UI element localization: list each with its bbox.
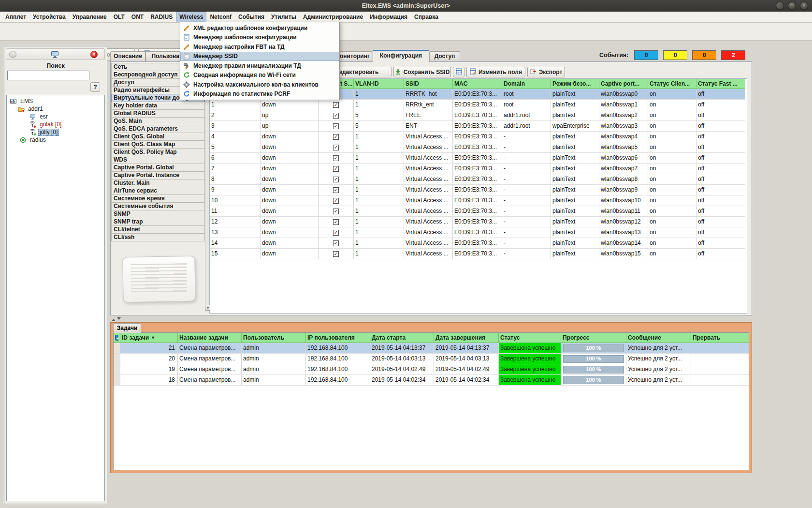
- checkbox-checked-icon[interactable]: [333, 251, 339, 257]
- checkbox-checked-icon[interactable]: [333, 230, 339, 236]
- menu-devices[interactable]: Устройства: [29, 12, 69, 22]
- config-section-item[interactable]: AirTune сервис: [111, 187, 205, 195]
- tab-tasks[interactable]: Задачи: [113, 323, 141, 333]
- config-section-item[interactable]: Системные события: [111, 202, 205, 210]
- save-ssid-button[interactable]: Сохранить SSID: [393, 67, 451, 77]
- splitter-handle[interactable]: [112, 317, 121, 322]
- export-button[interactable]: Экспорт: [527, 67, 565, 77]
- tree-item-addr1[interactable]: addr1: [7, 105, 104, 113]
- col-ssid[interactable]: SSID: [404, 79, 453, 89]
- menu-item-pcrf-statistics[interactable]: Информация по статистике PCRF: [180, 90, 339, 99]
- menu-olt[interactable]: OLT: [110, 12, 128, 22]
- col-domain[interactable]: Domain: [502, 79, 551, 89]
- table-row[interactable]: 12 down 1 Virtual Access ... E0:D9:E3:70…: [210, 217, 747, 227]
- checkbox-checked-icon[interactable]: [333, 134, 339, 140]
- menu-utilities[interactable]: Утилиты: [268, 12, 300, 22]
- table-row[interactable]: 1 down 1 RRRtk_ent E0:D9:E3:70:3... root…: [210, 100, 747, 110]
- col-task-id[interactable]: ID задачи▼: [120, 333, 178, 343]
- col-abort[interactable]: Прервать: [691, 333, 749, 343]
- checkbox-checked-icon[interactable]: [333, 166, 339, 172]
- config-section-item[interactable]: CLI/telnet: [111, 225, 205, 234]
- config-section-item[interactable]: Client QoS. Class Map: [111, 140, 205, 149]
- checkbox-checked-icon[interactable]: [333, 177, 339, 182]
- config-section-item[interactable]: Global RADIUS: [111, 109, 205, 118]
- config-section-item[interactable]: Client QoS. Global: [111, 133, 205, 141]
- table-row[interactable]: 3 up 5 ENT E0:D9:E3:70:3... addr1.root w…: [210, 121, 747, 132]
- menu-item-ssid-manager[interactable]: Менеджер SSID: [180, 52, 339, 61]
- menu-item-template-manager[interactable]: Менеджер шаблонов конфигурации: [180, 33, 339, 43]
- table-row[interactable]: 9 down 1 Virtual Access ... E0:D9:E3:70:…: [210, 185, 747, 195]
- col-mac[interactable]: MAC: [453, 79, 502, 89]
- tree-item-golak[interactable]: golak [0]: [7, 120, 104, 128]
- col-vlan-id[interactable]: VLAN-ID: [354, 79, 404, 89]
- cell-select[interactable]: [114, 364, 120, 375]
- config-section-item[interactable]: CLI/ssh: [111, 233, 205, 241]
- col-progress[interactable]: Прогресс: [561, 333, 626, 343]
- checkbox-checked-icon[interactable]: [333, 187, 339, 193]
- config-section-item[interactable]: Системное время: [111, 194, 205, 203]
- tab-description[interactable]: Описание: [110, 51, 145, 61]
- events-count-warning[interactable]: 0: [663, 50, 687, 60]
- menu-radius[interactable]: RADIUS: [147, 12, 176, 22]
- col-task-name[interactable]: Название задачи: [178, 333, 242, 343]
- events-count-major[interactable]: 0: [692, 50, 716, 60]
- events-count-info[interactable]: 0: [634, 50, 658, 60]
- task-row[interactable]: 21 Смена параметров... admin 192.168.84.…: [114, 343, 749, 354]
- checkbox-checked-icon[interactable]: [333, 145, 339, 150]
- task-row[interactable]: 19 Смена параметров... admin 192.168.84.…: [114, 364, 749, 375]
- menu-item-init-rules-manager[interactable]: Менеджер правил инициализации ТД: [180, 61, 339, 71]
- table-row[interactable]: 4 down 1 Virtual Access ... E0:D9:E3:70:…: [210, 132, 747, 142]
- table-row[interactable]: 14 down 1 Virtual Access ... E0:D9:E3:70…: [210, 238, 747, 249]
- checkbox-checked-icon[interactable]: [333, 209, 339, 214]
- table-row[interactable]: 2 up 5 FREE E0:D9:E3:70:3... addr1.root …: [210, 110, 747, 121]
- config-section-item[interactable]: Key holder data: [111, 102, 205, 110]
- checkbox-checked-icon[interactable]: [333, 155, 339, 161]
- panel-button[interactable]: [9, 51, 16, 58]
- config-section-item[interactable]: SNMP: [111, 210, 205, 218]
- col-client-status[interactable]: Статус Clien...: [648, 79, 696, 89]
- table-row[interactable]: 11 down 1 Virtual Access ... E0:D9:E3:70…: [210, 206, 747, 217]
- menu-item-wifi-summary[interactable]: Сводная информация по Wi-Fi сети: [180, 71, 339, 80]
- tab-access[interactable]: Доступ: [429, 51, 460, 61]
- checkbox-checked-icon[interactable]: [333, 219, 339, 225]
- menu-management[interactable]: Управление: [69, 12, 110, 22]
- search-input[interactable]: [7, 71, 89, 80]
- edit-fields-button[interactable]: Изменить поля: [466, 67, 525, 77]
- menu-help[interactable]: Справка: [411, 12, 442, 22]
- menu-item-fbt-manager[interactable]: Менеджер настройки FBT на ТД: [180, 42, 339, 52]
- menu-ont[interactable]: ONT: [128, 12, 147, 22]
- col-end-date[interactable]: Дата завершения: [434, 333, 499, 343]
- search-help-button[interactable]: ?: [90, 82, 100, 92]
- table-row[interactable]: 8 down 1 Virtual Access ... E0:D9:E3:70:…: [210, 174, 747, 185]
- task-row[interactable]: 20 Смена параметров... admin 192.168.84.…: [114, 354, 749, 364]
- menu-netconf[interactable]: Netconf: [206, 12, 235, 22]
- menu-administration[interactable]: Администрирование: [300, 12, 366, 22]
- panel-close-button[interactable]: [90, 51, 98, 58]
- table-row[interactable]: 13 down 1 Virtual Access ... E0:D9:E3:70…: [210, 227, 747, 238]
- config-section-item[interactable]: WDS: [111, 156, 205, 164]
- tab-configuration[interactable]: Конфигурация: [373, 50, 429, 62]
- menu-information[interactable]: Информация: [366, 12, 411, 22]
- col-security-mode[interactable]: Режим безо...: [551, 79, 599, 89]
- table-row[interactable]: 7 down 1 Virtual Access ... E0:D9:E3:70:…: [210, 164, 747, 174]
- tree-item-ems[interactable]: EMS: [7, 97, 104, 105]
- table-row[interactable]: 15 down 1 Virtual Access ... E0:D9:E3:70…: [210, 249, 747, 259]
- config-section-item[interactable]: Captive Portal. Global: [111, 164, 205, 172]
- col-start-date[interactable]: Дата старта: [370, 333, 434, 343]
- table-row[interactable]: 5 down 1 Virtual Access ... E0:D9:E3:70:…: [210, 142, 747, 153]
- close-button[interactable]: [800, 1, 808, 10]
- checkbox-checked-icon[interactable]: [333, 123, 339, 129]
- col-select[interactable]: [114, 333, 120, 343]
- task-row[interactable]: 18 Смена параметров... admin 192.168.84.…: [114, 375, 749, 386]
- config-section-item[interactable]: QoS. Main: [111, 117, 205, 125]
- config-section-item[interactable]: QoS. EDCA parameters: [111, 125, 205, 133]
- maximize-button[interactable]: [788, 1, 796, 10]
- col-status[interactable]: Статус: [499, 333, 561, 343]
- cell-select[interactable]: [114, 375, 120, 386]
- col-message[interactable]: Сообщение: [626, 333, 691, 343]
- menu-item-max-clients[interactable]: Настройка максимального кол-ва клиентов: [180, 80, 339, 90]
- menu-wireless[interactable]: Wireless: [176, 12, 206, 22]
- table-row[interactable]: 6 down 1 Virtual Access ... E0:D9:E3:70:…: [210, 153, 747, 164]
- checkbox-checked-icon[interactable]: [333, 198, 339, 204]
- menu-item-xml-template-editor[interactable]: XML редактор шаблонов конфигурации: [180, 23, 339, 33]
